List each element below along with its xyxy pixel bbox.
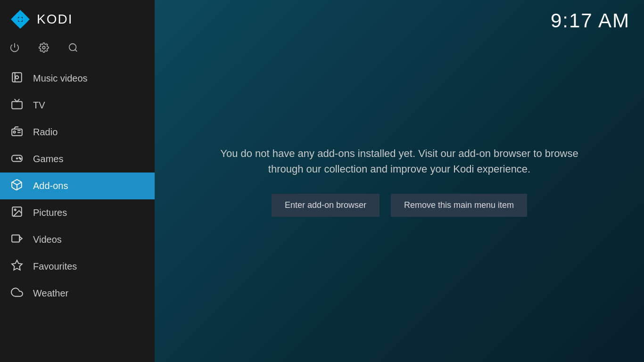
sidebar-item-games-label: Games: [33, 154, 63, 165]
sidebar-item-radio[interactable]: Radio: [0, 119, 155, 146]
app-title: KODI: [37, 12, 73, 27]
app-header: KODI: [0, 0, 155, 39]
navigation-menu: Music videos TV R: [0, 65, 155, 362]
enter-addon-browser-button[interactable]: Enter add-on browser: [272, 194, 380, 217]
sidebar-item-games[interactable]: Games: [0, 146, 155, 173]
sidebar-item-videos-label: Videos: [33, 234, 62, 245]
sidebar-item-addons-label: Add-ons: [33, 181, 68, 191]
sidebar-item-videos[interactable]: Videos: [0, 226, 155, 253]
addons-info-text: You do not have any add-ons installed ye…: [206, 146, 593, 177]
power-icon[interactable]: [9, 42, 20, 56]
content-area: You do not have any add-ons installed ye…: [155, 0, 644, 362]
svg-rect-24: [12, 235, 19, 242]
favourites-icon: [9, 259, 25, 274]
svg-point-5: [42, 46, 45, 49]
sidebar-item-music-videos-label: Music videos: [33, 73, 88, 84]
search-icon[interactable]: [68, 42, 78, 56]
sidebar-item-weather[interactable]: Weather: [0, 280, 155, 307]
sidebar-item-tv-label: TV: [33, 100, 45, 111]
svg-rect-11: [12, 102, 22, 109]
top-toolbar: [0, 39, 155, 65]
action-buttons: Enter add-on browser Remove this main me…: [272, 194, 527, 217]
svg-point-4: [18, 17, 23, 22]
svg-point-9: [16, 76, 19, 79]
svg-line-7: [75, 49, 77, 51]
radio-icon: [9, 125, 25, 140]
pictures-icon: [9, 206, 25, 220]
sidebar-item-weather-label: Weather: [33, 288, 68, 299]
svg-point-23: [15, 209, 16, 211]
sidebar-item-pictures-label: Pictures: [33, 207, 67, 218]
svg-marker-3: [13, 22, 27, 29]
music-videos-icon: [9, 71, 25, 86]
sidebar: KODI: [0, 0, 155, 362]
sidebar-item-radio-label: Radio: [33, 127, 58, 138]
svg-marker-25: [19, 237, 22, 241]
addons-icon: [9, 179, 25, 193]
weather-icon: [9, 286, 25, 301]
sidebar-item-favourites[interactable]: Favourites: [0, 253, 155, 280]
svg-rect-8: [12, 73, 22, 82]
kodi-logo-icon: [9, 8, 31, 30]
tv-icon: [9, 98, 25, 113]
games-icon: [9, 152, 25, 166]
sidebar-item-favourites-label: Favourites: [33, 261, 77, 272]
svg-point-20: [20, 158, 21, 159]
svg-point-6: [69, 44, 76, 51]
settings-icon[interactable]: [39, 42, 49, 56]
clock-display: 9:17 AM: [551, 9, 630, 32]
svg-point-13: [13, 131, 15, 133]
sidebar-item-addons[interactable]: Add-ons: [0, 173, 155, 199]
sidebar-item-pictures[interactable]: Pictures: [0, 199, 155, 226]
main-content: 9:17 AM You do not have any add-ons inst…: [155, 0, 644, 362]
remove-menu-item-button[interactable]: Remove this main menu item: [391, 194, 527, 217]
sidebar-item-tv[interactable]: TV: [0, 92, 155, 119]
videos-icon: [9, 232, 25, 247]
sidebar-item-music-videos[interactable]: Music videos: [0, 65, 155, 92]
svg-marker-26: [12, 260, 22, 270]
